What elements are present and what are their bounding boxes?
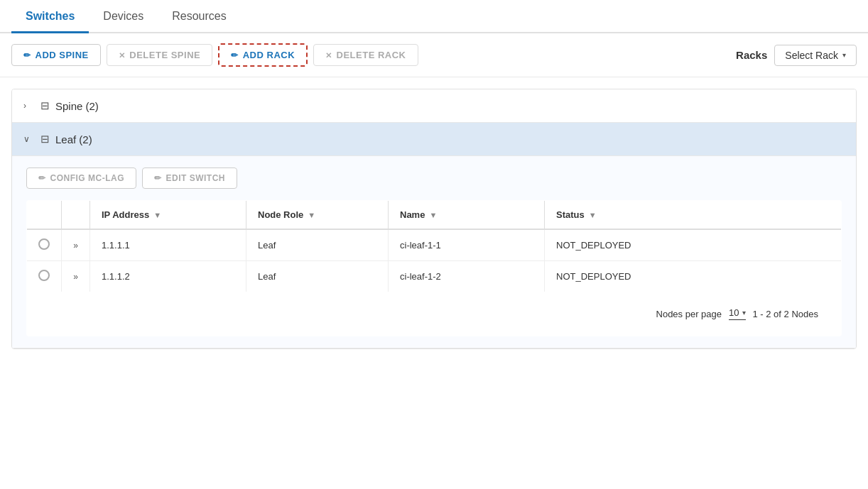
role-filter-icon[interactable]: ▼ [308, 211, 315, 219]
delete-spine-button[interactable]: DELETE SPINE [107, 44, 212, 66]
col-header-ip: IP Address ▼ [90, 201, 246, 230]
row-ip-1: 1.1.1.2 [90, 261, 246, 292]
row-role-0: Leaf [246, 229, 389, 261]
expand-arrows-1[interactable]: » [73, 272, 78, 282]
per-page-value: 10 [729, 307, 739, 318]
table-row: » 1.1.1.1 Leaf ci-leaf-1-1 NOT_DEPLOYED [27, 229, 842, 261]
col-header-status: Status ▼ [545, 201, 842, 230]
select-rack-dropdown[interactable]: Select Rack ▾ [774, 45, 857, 66]
leaf-actions: CONFIG MC-LAG EDIT SWITCH [26, 167, 842, 189]
radio-button-1[interactable] [38, 270, 50, 281]
row-select-1[interactable] [27, 261, 62, 292]
edit-switch-button[interactable]: EDIT SWITCH [142, 167, 237, 189]
tab-switches[interactable]: Switches [11, 0, 89, 33]
nodes-per-page-label: Nodes per page [656, 309, 722, 319]
add-rack-label: ADD RACK [243, 50, 295, 60]
spine-row[interactable]: › ⊟ Spine (2) [12, 89, 856, 123]
add-spine-button[interactable]: ADD SPINE [11, 44, 101, 66]
name-header-label: Name [400, 209, 425, 220]
tree-section: › ⊟ Spine (2) ∨ ⊟ Leaf (2) CONFIG MC-LAG… [11, 89, 857, 349]
pencil-icon-mclag [38, 173, 46, 183]
pencil-icon [23, 50, 31, 60]
x-icon [119, 50, 126, 60]
col-header-select [27, 201, 62, 230]
status-filter-icon[interactable]: ▼ [589, 211, 597, 219]
chevron-down-icon: ▾ [842, 51, 846, 59]
role-header-label: Node Role [258, 209, 303, 220]
toolbar: ADD SPINE DELETE SPINE ADD RACK DELETE R… [0, 33, 868, 77]
pencil-icon-rack [231, 50, 239, 60]
name-filter-icon[interactable]: ▼ [429, 211, 437, 219]
row-ip-0: 1.1.1.1 [90, 229, 246, 261]
col-header-expand [62, 201, 90, 230]
tab-resources[interactable]: Resources [158, 0, 240, 33]
racks-section: Racks Select Rack ▾ [736, 45, 857, 66]
tab-devices[interactable]: Devices [89, 0, 158, 33]
x-icon-rack [325, 50, 332, 60]
col-header-name: Name ▼ [389, 201, 545, 230]
row-role-1: Leaf [246, 261, 389, 292]
table-header-row: IP Address ▼ Node Role ▼ [27, 201, 842, 230]
leaf-table: IP Address ▼ Node Role ▼ [26, 200, 842, 336]
row-name-1: ci-leaf-1-2 [389, 261, 545, 292]
pencil-icon-edit [154, 173, 162, 183]
top-nav: Switches Devices Resources [0, 0, 868, 33]
per-page-select[interactable]: 10 ▾ [729, 307, 745, 320]
main-content: › ⊟ Spine (2) ∨ ⊟ Leaf (2) CONFIG MC-LAG… [0, 89, 868, 349]
pagination-text: 1 - 2 of 2 Nodes [753, 309, 819, 319]
leaf-content: CONFIG MC-LAG EDIT SWITCH IP Address [12, 156, 856, 348]
config-mclag-label: CONFIG MC-LAG [50, 173, 125, 183]
col-header-role: Node Role ▼ [246, 201, 389, 230]
spine-switch-icon: ⊟ [40, 99, 50, 112]
delete-rack-button[interactable]: DELETE RACK [313, 44, 418, 66]
spine-label: Spine (2) [55, 100, 99, 112]
row-name-0: ci-leaf-1-1 [389, 229, 545, 261]
spine-expand-icon: › [23, 101, 35, 111]
leaf-label: Leaf (2) [55, 133, 92, 145]
add-rack-button[interactable]: ADD RACK [218, 43, 308, 67]
per-page-chevron-icon: ▾ [742, 309, 746, 317]
table-row: » 1.1.1.2 Leaf ci-leaf-1-2 NOT_DEPLOYED [27, 261, 842, 292]
ip-header-label: IP Address [102, 209, 149, 220]
edit-switch-label: EDIT SWITCH [166, 173, 226, 183]
leaf-row[interactable]: ∨ ⊟ Leaf (2) [12, 123, 856, 156]
status-header-label: Status [556, 209, 585, 220]
config-mclag-button[interactable]: CONFIG MC-LAG [26, 167, 136, 189]
table-footer-row: Nodes per page 10 ▾ 1 - 2 of 2 Nodes [27, 292, 842, 336]
table-footer: Nodes per page 10 ▾ 1 - 2 of 2 Nodes [38, 300, 830, 327]
row-status-0: NOT_DEPLOYED [545, 229, 842, 261]
delete-spine-label: DELETE SPINE [129, 50, 200, 60]
racks-label: Racks [736, 49, 767, 61]
row-status-1: NOT_DEPLOYED [545, 261, 842, 292]
row-expand-0[interactable]: » [62, 229, 90, 261]
row-expand-1[interactable]: » [62, 261, 90, 292]
add-spine-label: ADD SPINE [36, 50, 89, 60]
ip-filter-icon[interactable]: ▼ [153, 211, 161, 219]
leaf-switch-icon: ⊟ [40, 133, 50, 145]
select-rack-value: Select Rack [785, 50, 838, 61]
leaf-expand-icon: ∨ [23, 134, 35, 144]
radio-button-0[interactable] [38, 238, 50, 250]
delete-rack-label: DELETE RACK [337, 50, 406, 60]
row-select-0[interactable] [27, 229, 62, 261]
expand-arrows-0[interactable]: » [73, 241, 78, 251]
